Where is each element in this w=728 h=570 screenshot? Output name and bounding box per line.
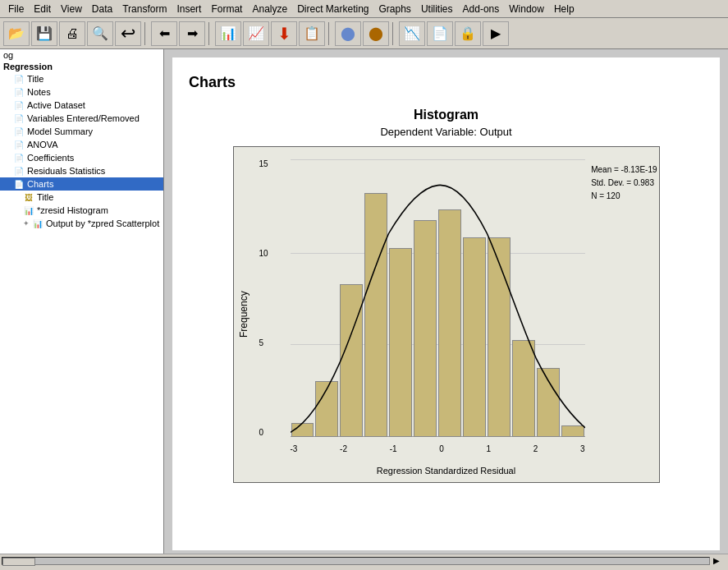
y-tick-5: 5 xyxy=(259,338,268,347)
toolbar-zoom[interactable]: 🔍 xyxy=(87,21,113,46)
scrollbar-track[interactable] xyxy=(2,557,710,565)
main-container: og Regression 📄 Title 📄 Notes 📄 Active D… xyxy=(0,49,728,554)
bar-12 xyxy=(561,425,584,437)
menu-analyze[interactable]: Analyze xyxy=(247,2,292,16)
scatter-icon: 📊 xyxy=(32,218,43,229)
menu-file[interactable]: File xyxy=(3,2,29,16)
nav-notes-label: Notes xyxy=(27,87,51,97)
toolbar-run[interactable]: ▶ xyxy=(483,21,509,46)
bar-2 xyxy=(315,381,338,437)
nav-title[interactable]: 📄 Title xyxy=(0,72,163,85)
y-tick-10: 10 xyxy=(259,249,268,258)
stats-box: Mean = -8.13E-19 Std. Dev. = 0.983 N = 1… xyxy=(591,163,657,203)
histogram-icon: 📊 xyxy=(23,205,34,216)
nav-scatterplot[interactable]: ✦ 📊 Output by *zpred Scatterplot xyxy=(0,217,163,230)
y-ticks: 0 5 10 15 xyxy=(259,159,268,437)
toolbar-forward[interactable]: ➡ xyxy=(179,21,205,46)
menu-view[interactable]: View xyxy=(56,2,87,16)
toolbar-circle1[interactable]: ⬤ xyxy=(335,21,361,46)
toolbar-chart-editor[interactable]: 📈 xyxy=(243,21,269,46)
menu-data[interactable]: Data xyxy=(87,2,117,16)
chart-wrapper: Frequency 0 5 10 15 xyxy=(233,146,660,483)
nav-chart-title[interactable]: 🖼 Title xyxy=(0,191,163,204)
toolbar-sep3 xyxy=(328,22,332,45)
book-icon: 📄 xyxy=(13,73,25,85)
toolbar-open[interactable]: 📂 xyxy=(3,21,30,46)
x-tick-2: 2 xyxy=(533,444,538,453)
scrollbar-area: ▶ xyxy=(0,554,728,567)
menu-transform[interactable]: Transform xyxy=(117,2,172,16)
y-tick-0: 0 xyxy=(259,428,268,437)
anova-icon: 📄 xyxy=(13,139,25,150)
menu-graphs[interactable]: Graphs xyxy=(374,2,416,16)
right-content: Charts Histogram Dependent Variable: Out… xyxy=(164,49,728,554)
menu-insert[interactable]: Insert xyxy=(172,2,206,16)
model-icon: 📄 xyxy=(13,126,25,137)
bar-4 xyxy=(364,193,387,437)
x-ticks: -3 -2 -1 0 1 2 3 xyxy=(291,444,585,453)
menu-window[interactable]: Window xyxy=(504,2,549,16)
nav-anova-label: ANOVA xyxy=(27,140,58,149)
toolbar-undo-large[interactable]: ↩ xyxy=(115,21,141,46)
y-axis-label: Frequency xyxy=(234,147,254,482)
histogram-subtitle: Dependent Variable: Output xyxy=(380,126,511,138)
toolbar: 📂 💾 🖨 🔍 ↩ ⬅ ➡ 📊 📈 ⬇ 📋 ⬤ ⬤ 📉 📄 🔒 ▶ xyxy=(0,18,728,49)
toolbar-circle2[interactable]: ⬤ xyxy=(363,21,389,46)
x-tick-0: 0 xyxy=(439,444,444,453)
histogram-title: Histogram xyxy=(414,108,478,122)
charts-nav-icon: 📄 xyxy=(13,178,25,190)
menu-help[interactable]: Help xyxy=(549,2,579,16)
bar-8 xyxy=(463,237,486,437)
plot-area: 0 5 10 15 xyxy=(291,159,585,437)
toolbar-sep2 xyxy=(208,22,212,45)
charts-heading: Charts xyxy=(189,74,703,91)
bar-3 xyxy=(340,284,363,437)
toolbar-save[interactable]: 💾 xyxy=(31,21,57,46)
nav-residuals[interactable]: 📄 Residuals Statistics xyxy=(0,164,163,177)
toolbar-var-editor[interactable]: 📊 xyxy=(215,21,241,46)
bar-10 xyxy=(512,340,535,437)
scroll-right-btn[interactable]: ▶ xyxy=(713,556,726,565)
menu-utilities[interactable]: Utilities xyxy=(416,2,458,16)
nav-coefficients[interactable]: 📄 Coefficients xyxy=(0,151,163,164)
menu-format[interactable]: Format xyxy=(206,2,247,16)
nav-charts[interactable]: 📄 Charts xyxy=(0,177,163,191)
toolbar-back[interactable]: ⬅ xyxy=(151,21,177,46)
x-axis-label: Regression Standardized Residual xyxy=(234,466,659,476)
nav-regression[interactable]: Regression xyxy=(0,61,163,72)
stats-std: Std. Dev. = 0.983 xyxy=(591,177,657,190)
content-area: Charts Histogram Dependent Variable: Out… xyxy=(172,57,720,550)
dataset-icon: 📄 xyxy=(13,99,25,111)
toolbar-table[interactable]: 📋 xyxy=(299,21,325,46)
nav-anova[interactable]: 📄 ANOVA xyxy=(0,138,163,151)
bar-9 xyxy=(488,237,511,437)
x-tick-3: 3 xyxy=(580,444,585,453)
toolbar-sep1 xyxy=(144,22,148,45)
toolbar-spss2[interactable]: 📄 xyxy=(427,21,453,46)
menu-edit[interactable]: Edit xyxy=(29,2,56,16)
nav-variables-entered[interactable]: 📄 Variables Entered/Removed xyxy=(0,112,163,125)
histogram-container: Histogram Dependent Variable: Output Fre… xyxy=(189,108,703,483)
nav-notes[interactable]: 📄 Notes xyxy=(0,85,163,99)
menu-direct-marketing[interactable]: Direct Marketing xyxy=(292,2,373,16)
scrollbar-thumb[interactable] xyxy=(2,558,35,566)
nav-charts-label: Charts xyxy=(27,179,53,189)
toolbar-export[interactable]: ⬇ xyxy=(271,21,297,46)
x-tick-1: 1 xyxy=(486,444,491,453)
toolbar-sep4 xyxy=(392,22,396,45)
menu-add-ons[interactable]: Add-ons xyxy=(458,2,505,16)
coeff-icon: 📄 xyxy=(13,152,25,163)
nav-active-dataset[interactable]: 📄 Active Dataset xyxy=(0,99,163,112)
nav-regression-label: Regression xyxy=(3,62,53,71)
nav-dataset-label: Active Dataset xyxy=(27,100,85,110)
toolbar-print[interactable]: 🖨 xyxy=(59,21,85,46)
nav-model-summary[interactable]: 📄 Model Summary xyxy=(0,125,163,138)
toolbar-lock[interactable]: 🔒 xyxy=(455,21,481,46)
toolbar-spss1[interactable]: 📉 xyxy=(399,21,425,46)
x-tick-n3: -3 xyxy=(291,444,298,453)
x-tick-n2: -2 xyxy=(340,444,347,453)
bar-7 xyxy=(438,209,461,437)
nav-zresid-histogram[interactable]: 📊 *zresid Histogram xyxy=(0,204,163,217)
expand-icon: ✦ xyxy=(23,219,30,228)
nav-log[interactable]: og xyxy=(0,49,163,61)
